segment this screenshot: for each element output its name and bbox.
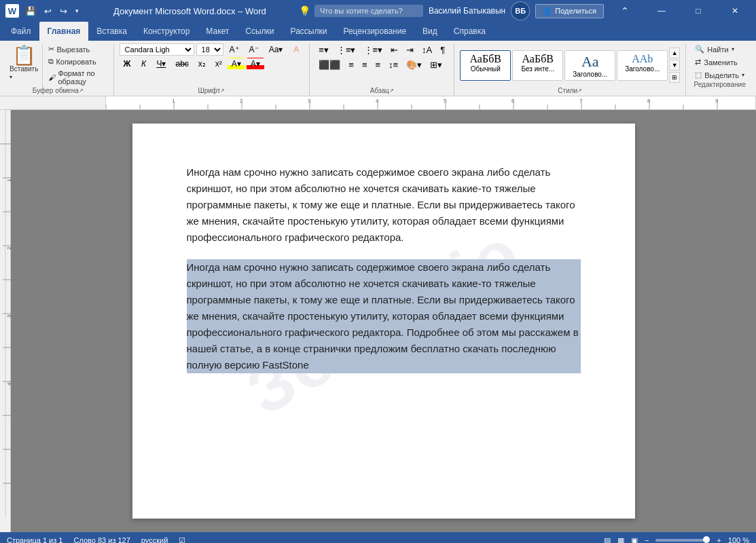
bullets-button[interactable]: ≡▾ (315, 43, 332, 56)
paragraph-1[interactable]: Иногда нам срочно нужно записать содержи… (187, 164, 581, 246)
style-scroll-down-button[interactable]: ▼ (669, 60, 680, 71)
tab-home[interactable]: Главная (39, 22, 89, 41)
font-case-button[interactable]: Aa▾ (265, 43, 287, 56)
font-label: Шрифт (198, 87, 221, 94)
shading-button[interactable]: 🎨▾ (403, 58, 425, 71)
maximize-button[interactable]: □ (683, 0, 714, 22)
multilevel-button[interactable]: ⋮≡▾ (361, 43, 386, 56)
subscript-button[interactable]: x₂ (194, 58, 210, 70)
edit-buttons: 🔍 Найти ▾ ⇄ Заменить ⬚ Выделить ▾ (691, 43, 748, 81)
clipboard-group-label[interactable]: Буфер обмена ↗ (5, 87, 111, 96)
svg-text:2: 2 (240, 98, 243, 104)
borders-button[interactable]: ⊞▾ (427, 58, 446, 71)
tab-references[interactable]: Ссылки (237, 22, 282, 41)
styles-group-label[interactable]: Стили ↗ (460, 87, 680, 96)
redo-quick-icon[interactable]: ↪ (58, 4, 69, 18)
word-count[interactable]: Слово 83 из 127 (73, 536, 130, 544)
tab-mailings[interactable]: Рассылки (283, 22, 336, 41)
justify-button[interactable]: ≡ (372, 58, 384, 71)
replace-button[interactable]: ⇄ Заменить (691, 56, 748, 68)
align-left-button[interactable]: ⬛⬛ (315, 58, 344, 71)
zoom-in-button[interactable]: + (717, 536, 721, 543)
font-group-label[interactable]: Шрифт ↗ (120, 87, 304, 96)
italic-button[interactable]: К (136, 58, 151, 70)
select-icon: ⬚ (695, 71, 702, 79)
zoom-out-button[interactable]: − (645, 536, 649, 543)
style-normal[interactable]: АаБбВ Обычный (460, 50, 511, 81)
svg-text:3: 3 (6, 314, 11, 318)
styles-expand-icon: ↗ (577, 88, 582, 94)
tab-file[interactable]: Файл (3, 22, 39, 41)
superscript-button[interactable]: x² (211, 58, 226, 70)
format-painter-button[interactable]: 🖌 Формат по образцу (46, 68, 110, 87)
layout-web-icon[interactable]: ▣ (631, 536, 638, 544)
share-icon: 👤 (543, 7, 552, 16)
replace-icon: ⇄ (695, 58, 701, 67)
clipboard-group: 📋 Вставить ▾ ✂ Вырезать ⧉ Копировать 🖌 Ф… (3, 43, 114, 96)
show-marks-button[interactable]: ¶ (437, 43, 448, 56)
close-button[interactable]: ✕ (719, 0, 751, 22)
save-quick-icon[interactable]: 💾 (23, 4, 38, 18)
increase-font-button[interactable]: A⁺ (226, 43, 243, 56)
numbering-button[interactable]: ⋮≡▾ (334, 43, 359, 56)
tab-layout[interactable]: Макет (198, 22, 237, 41)
customize-quick-icon[interactable]: ▾ (73, 5, 81, 16)
decrease-font-button[interactable]: A⁻ (245, 43, 263, 56)
search-icon: 🔍 (695, 45, 704, 54)
undo-quick-icon[interactable]: ↩ (42, 4, 54, 18)
decrease-indent-button[interactable]: ⇤ (387, 43, 401, 56)
tab-design[interactable]: Конструктор (135, 22, 198, 41)
style-no-spacing[interactable]: АаБбВ Без инте... (512, 50, 563, 81)
layout-print-icon[interactable]: ▦ (617, 536, 624, 544)
spelling-icon[interactable]: ☑ (179, 536, 185, 544)
style-no-spacing-label: Без инте... (521, 65, 554, 73)
paste-icon: 📋 (12, 46, 36, 65)
font-size-select[interactable]: 18 (196, 43, 223, 56)
tab-insert[interactable]: Вставка (88, 22, 135, 41)
style-scroll-up-button[interactable]: ▲ (669, 48, 680, 58)
copy-button[interactable]: ⧉ Копировать (46, 56, 110, 67)
user-avatar[interactable]: ВБ (511, 1, 530, 20)
paragraph-label: Абзац (370, 87, 389, 94)
increase-indent-button[interactable]: ⇥ (403, 43, 417, 56)
align-center-button[interactable]: ≡ (345, 58, 357, 71)
paragraph-group-label[interactable]: Абзац ↗ (315, 87, 448, 96)
paste-button[interactable]: 📋 Вставить ▾ (5, 43, 43, 87)
style-heading1[interactable]: Аа Заголово... (564, 50, 615, 81)
paragraph-2-selected[interactable]: Иногда нам срочно нужно записать содержи… (187, 259, 581, 373)
line-spacing-button[interactable]: ↕≡ (385, 58, 401, 71)
font-color-button[interactable]: А▾ (247, 58, 264, 70)
cut-button[interactable]: ✂ Вырезать (46, 43, 110, 55)
language[interactable]: русский (141, 536, 168, 544)
lightbulb-icon[interactable]: 💡 (299, 5, 310, 16)
styles-label: Стили (558, 87, 577, 94)
find-button[interactable]: 🔍 Найти ▾ (691, 43, 748, 55)
ribbon-collapse-button[interactable]: ⌃ (609, 0, 641, 22)
text-highlight-button[interactable]: А▾ (228, 58, 245, 70)
page-count[interactable]: Страница 1 из 1 (7, 536, 62, 544)
help-area: 💡 (299, 5, 423, 17)
clear-format-button[interactable]: A (289, 43, 304, 56)
style-heading2[interactable]: ААb Заголово... (617, 50, 668, 81)
tab-help[interactable]: Справка (446, 22, 494, 41)
layout-read-icon[interactable]: ▤ (604, 536, 611, 544)
font-family-select[interactable]: Candara Ligh (120, 43, 194, 56)
style-expand-button[interactable]: ⊞ (669, 72, 680, 83)
find-label: Найти (707, 45, 728, 54)
select-button[interactable]: ⬚ Выделить ▾ (691, 69, 748, 81)
align-right-button[interactable]: ≡ (359, 58, 371, 71)
bold-button[interactable]: Ж (120, 58, 135, 70)
zoom-level[interactable]: 100 % (728, 536, 749, 543)
share-button[interactable]: 👤 Поделиться (535, 4, 604, 18)
tab-view[interactable]: Вид (414, 22, 446, 41)
page-scroll[interactable]: Зomilejo Иногда нам срочно нужно записат… (11, 110, 756, 532)
tab-review[interactable]: Рецензирование (335, 22, 414, 41)
underline-button[interactable]: Ч▾ (152, 58, 170, 70)
help-input[interactable] (314, 5, 423, 17)
strikethrough-button[interactable]: abc (171, 58, 192, 70)
svg-text:4: 4 (376, 98, 379, 104)
minimize-button[interactable]: — (646, 0, 677, 22)
sort-button[interactable]: ↕A (418, 43, 435, 56)
editing-group-label: Редактирование (691, 81, 748, 90)
zoom-slider[interactable] (655, 539, 710, 542)
